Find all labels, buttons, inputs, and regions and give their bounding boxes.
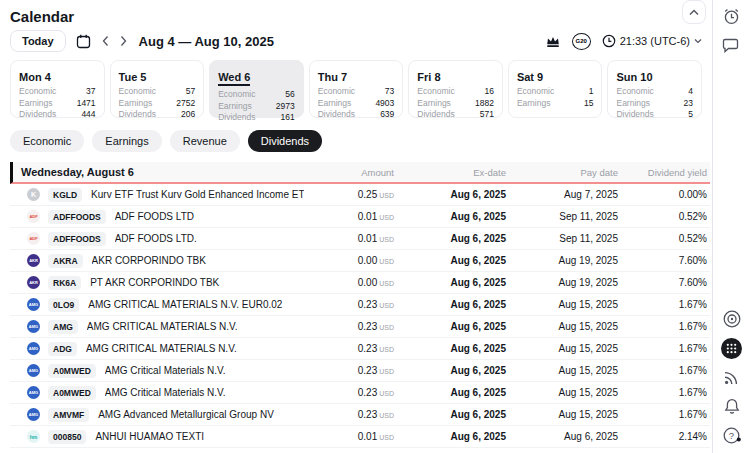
ticker-badge[interactable]: KGLD <box>48 188 82 202</box>
ex-date-cell: Aug 6, 2025 <box>394 343 506 354</box>
ex-date-cell: Aug 6, 2025 <box>394 299 506 310</box>
day-stat-dividends: Dividends 571 <box>417 109 494 121</box>
dividend-yield-cell: 0.52% <box>618 211 710 222</box>
table-row[interactable]: AMG A0MWED AMG Critical Materials N.V. 0… <box>10 360 710 382</box>
right-icon-rail: ? <box>712 0 750 453</box>
day-card[interactable]: Tue 5 Economic 57 Earnings 2752 Dividend… <box>110 60 205 118</box>
filter-pill[interactable]: Earnings <box>92 130 161 152</box>
column-header-amount: Amount <box>304 167 394 178</box>
day-stat-economic: Economic 4 <box>616 86 693 98</box>
table-row[interactable]: AKR RK6A PT AKR CORPORINDO TBK 0.00USD A… <box>10 272 710 294</box>
chevron-right-icon <box>119 35 128 47</box>
table-row[interactable]: AMG A0MWED AMG Critical Materials N.V. 0… <box>10 382 710 404</box>
alerts-button[interactable] <box>721 5 743 27</box>
g20-filter-button[interactable]: G20 <box>572 33 591 50</box>
dividend-yield-cell: 7.60% <box>618 277 710 288</box>
g20-filter-icon: G20 <box>572 33 591 50</box>
day-stat-dividends: Dividends 639 <box>318 109 395 121</box>
table-row[interactable]: hm 000850 ANHUI HUAMAO TEXTI 0.01USD Aug… <box>10 426 710 448</box>
prev-week-button[interactable] <box>101 35 110 47</box>
ex-date-cell: Aug 6, 2025 <box>394 233 506 244</box>
table-row[interactable]: AKR AKRA AKR CORPORINDO TBK 0.00USD Aug … <box>10 250 710 272</box>
today-button[interactable]: Today <box>10 30 66 52</box>
apps-grid-icon <box>721 338 742 359</box>
help-button[interactable]: ? <box>721 424 743 446</box>
ticker-badge[interactable]: AMG <box>48 320 78 334</box>
amount-cell: 0.00USD <box>304 277 394 288</box>
currency-label: USD <box>379 390 394 397</box>
table-row[interactable]: ADF ADFFOODS ADF FOODS LTD. 0.01USD Aug … <box>10 228 710 250</box>
chat-button[interactable] <box>721 34 743 56</box>
ticker-badge[interactable]: ADG <box>48 342 77 356</box>
day-stat-earnings: Earnings 2973 <box>218 101 295 113</box>
ticker-badge[interactable]: ADFFOODS <box>48 232 106 246</box>
ex-date-cell: Aug 6, 2025 <box>394 321 506 332</box>
company-logo: ADF <box>27 210 40 223</box>
table-row[interactable]: ADF ADFFOODS ADF FOODS LTD 0.01USD Aug 6… <box>10 206 710 228</box>
table-body: K KGLD Kurv ETF Trust Kurv Gold Enhanced… <box>10 184 710 448</box>
collapse-panel-button[interactable] <box>682 0 706 24</box>
notifications-button[interactable] <box>721 395 743 417</box>
next-week-button[interactable] <box>119 35 128 47</box>
table-row[interactable]: AMG AMVMF AMG Advanced Metallurgical Gro… <box>10 404 710 426</box>
table-row[interactable]: K KGLD Kurv ETF Trust Kurv Gold Enhanced… <box>10 184 710 206</box>
dividend-yield-cell: 0.00% <box>618 189 710 200</box>
importance-filter-button[interactable] <box>545 35 561 48</box>
dividend-yield-cell: 7.60% <box>618 255 710 266</box>
pay-date-cell: Aug 15, 2025 <box>506 365 618 376</box>
company-name: AMG CRITICAL MATERIALS N.V. EUR0.02 <box>88 299 304 310</box>
day-card-title: Fri 8 <box>417 71 440 83</box>
page-title: Calendar <box>10 8 702 25</box>
ticker-badge[interactable]: RK6A <box>48 276 81 290</box>
ticker-badge[interactable]: A0MWED <box>48 364 96 378</box>
day-card[interactable]: Sun 10 Economic 4 Earnings 23 Dividends … <box>607 60 702 118</box>
ticker-badge[interactable]: 0LO9 <box>48 298 79 312</box>
scanner-button[interactable] <box>721 308 743 330</box>
alarm-clock-icon <box>722 7 741 26</box>
currency-label: USD <box>379 258 394 265</box>
company-logo: AMG <box>27 298 40 311</box>
timezone-selector[interactable]: 21:33 (UTC-6) <box>602 34 702 48</box>
company-name: AMG CRITICAL MATERIALS N.V. <box>86 343 304 354</box>
currency-label: USD <box>379 368 394 375</box>
table-row[interactable]: AMG 0LO9 AMG CRITICAL MATERIALS N.V. EUR… <box>10 294 710 316</box>
table-row[interactable]: AMG AMG AMG CRITICAL MATERIALS N.V. 0.23… <box>10 316 710 338</box>
ticker-badge[interactable]: ADFFOODS <box>48 210 106 224</box>
day-card[interactable]: Wed 6 Economic 56 Earnings 2973 Dividend… <box>209 60 304 118</box>
feed-button[interactable] <box>721 366 743 388</box>
amount-cell: 0.23USD <box>304 365 394 376</box>
filter-pill[interactable]: Revenue <box>170 130 240 152</box>
chevron-up-icon <box>689 9 699 16</box>
dividend-yield-cell: 1.67% <box>618 343 710 354</box>
importance-crown-icon <box>545 35 561 48</box>
currency-label: USD <box>379 346 394 353</box>
day-card[interactable]: Fri 8 Economic 16 Earnings 1882 Dividend… <box>408 60 503 118</box>
ticker-badge[interactable]: 000850 <box>48 430 86 444</box>
ex-date-cell: Aug 6, 2025 <box>394 211 506 222</box>
ticker-badge[interactable]: AMVMF <box>48 408 89 422</box>
pay-date-cell: Sep 11, 2025 <box>506 233 618 244</box>
filter-pill[interactable]: Economic <box>10 130 84 152</box>
day-card[interactable]: Mon 4 Economic 37 Earnings 1471 Dividend… <box>10 60 105 118</box>
pay-date-cell: Aug 15, 2025 <box>506 387 618 398</box>
filter-pill[interactable]: Dividends <box>248 130 322 152</box>
bell-icon <box>723 397 741 416</box>
day-card-title: Thu 7 <box>318 71 347 83</box>
table-row[interactable]: AMG ADG AMG CRITICAL MATERIALS N.V. 0.23… <box>10 338 710 360</box>
day-card[interactable]: Sat 9 Economic 1 Earnings 15 <box>508 60 603 118</box>
pay-date-cell: Aug 6, 2025 <box>506 431 618 442</box>
ticker-badge[interactable]: A0MWED <box>48 386 96 400</box>
amount-cell: 0.23USD <box>304 387 394 398</box>
dividend-yield-cell: 1.67% <box>618 387 710 398</box>
company-logo: AMG <box>27 320 40 333</box>
date-picker-button[interactable] <box>75 33 92 50</box>
day-card-title: Sun 10 <box>616 71 652 83</box>
ticker-badge[interactable]: AKRA <box>48 254 83 268</box>
day-stat-economic: Economic 56 <box>218 89 295 101</box>
day-card[interactable]: Thu 7 Economic 73 Earnings 4903 Dividend… <box>309 60 404 118</box>
day-stat-economic: Economic 16 <box>417 86 494 98</box>
company-logo: AMG <box>27 342 40 355</box>
company-logo: hm <box>27 430 40 443</box>
apps-menu-button[interactable] <box>721 337 743 359</box>
column-header-pay-date: Pay date <box>506 167 618 178</box>
